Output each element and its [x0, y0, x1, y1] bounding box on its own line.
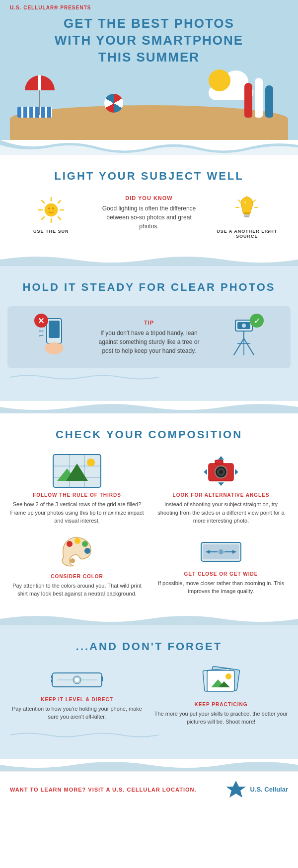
svg-rect-26	[45, 343, 63, 351]
rule-of-thirds-icon	[52, 454, 102, 488]
svg-rect-68	[51, 679, 53, 682]
wrong-phone-col: ✕	[17, 316, 90, 358]
color-palette-icon	[59, 535, 96, 570]
svg-point-54	[74, 538, 80, 544]
keep-level-item: KEEP IT LEVEL & DIRECT Pay attention to …	[10, 666, 144, 726]
did-you-know-label: DID YOU KNOW	[100, 195, 199, 201]
wave-lines-decoration	[10, 372, 288, 382]
zoom-icon	[199, 535, 243, 567]
dont-forget-title: ...AND DON'T FORGET	[10, 640, 288, 653]
umbrella-icon	[25, 75, 55, 115]
svg-point-53	[67, 541, 73, 547]
svg-line-4	[42, 200, 44, 203]
svg-point-78	[225, 673, 231, 679]
get-close-item: GET CLOSE OR GET WIDE If possible, move …	[154, 535, 288, 598]
svg-rect-17	[244, 214, 250, 216]
svg-marker-50	[235, 469, 238, 475]
rule-thirds-title: FOLLOW THE RULE OF THIRDS	[33, 492, 121, 498]
composition-section-title: CHECK YOUR COMPOSITION	[10, 428, 288, 441]
svg-rect-18	[244, 216, 249, 217]
svg-point-9	[48, 207, 50, 209]
keep-practicing-item: KEEP PRACTICING The more you put your sk…	[154, 666, 288, 726]
svg-point-55	[82, 541, 88, 547]
svg-line-12	[238, 200, 240, 202]
color-title: CONSIDER COLOR	[51, 574, 103, 579]
steady-tip-col: TIP If you don't have a tripod handy, le…	[98, 320, 200, 355]
svg-line-31	[234, 338, 244, 355]
logo-text-1: U.S. Cellular	[250, 786, 288, 793]
section-light: LIGHT YOUR SUBJECT WELL USE T	[0, 155, 298, 254]
section-composition: CHECK YOUR COMPOSITION FOLLOW THE RULE O…	[0, 413, 298, 613]
close-wide-text: If possible, move closer rather than zoo…	[154, 579, 288, 596]
svg-point-8	[45, 203, 58, 216]
svg-rect-21	[49, 321, 60, 338]
svg-rect-48	[215, 460, 223, 464]
tip-text: If you don't have a tripod handy, lean a…	[98, 329, 200, 355]
light-section-title: LIGHT YOUR SUBJECT WELL	[10, 170, 288, 183]
steady-row: ✕ T	[17, 316, 281, 358]
svg-point-56	[84, 548, 90, 554]
practicing-title: KEEP PRACTICING	[194, 702, 247, 707]
surfboards-icon	[244, 78, 273, 118]
svg-marker-49	[204, 469, 207, 475]
footer-text: WANT TO LEARN MORE? VISIT A U.S. CELLULA…	[10, 787, 197, 793]
svg-line-13	[253, 200, 255, 202]
alternative-angles-item: LOOK FOR ALTERNATIVE ANGLES Instead of s…	[154, 454, 288, 525]
wave-divider-1	[0, 140, 298, 155]
svg-rect-67	[51, 675, 53, 678]
footer: WANT TO LEARN MORE? VISIT A U.S. CELLULA…	[0, 771, 298, 809]
steady-section-title: HOLD IT STEADY FOR CLEAR PHOTOS	[10, 281, 288, 294]
sun-label: USE THE SUN	[33, 229, 69, 234]
section-dont-forget: ...AND DON'T FORGET KEEP IT LEVEL & DIRE…	[0, 625, 298, 759]
color-text: Pay attention to the colors around you. …	[10, 582, 144, 598]
svg-line-7	[42, 217, 44, 219]
sun-icon	[36, 195, 66, 225]
photos-stack-icon	[196, 666, 246, 698]
level-text: Pay attention to how you're holding your…	[10, 705, 144, 721]
light-columns: USE THE SUN DID YOU KNOW Good lighting i…	[10, 195, 288, 239]
svg-line-32	[244, 338, 254, 355]
close-wide-title: GET CLOSE OR GET WIDE	[184, 571, 258, 577]
camera-angles-icon	[201, 454, 241, 488]
wave-divider-3	[0, 401, 298, 413]
svg-point-43	[87, 459, 95, 467]
bulb-label: USE A ANOTHER LIGHT SOURCE	[206, 229, 288, 239]
alt-angles-text: Instead of shooting your subject straigh…	[154, 500, 288, 525]
did-you-know-text: Good lighting is often the difference be…	[100, 204, 199, 231]
tripod-col: ✓	[208, 316, 281, 358]
header-section: U.S. CELLULAR® PRESENTS GET THE BEST PHO…	[0, 0, 298, 140]
level-title: KEEP IT LEVEL & DIRECT	[41, 697, 113, 702]
svg-line-5	[58, 217, 61, 219]
us-cellular-logo-icon	[225, 780, 247, 800]
x-mark-icon: ✕	[34, 314, 48, 328]
svg-point-47	[219, 470, 223, 474]
wave-lines-2	[10, 730, 288, 740]
svg-rect-75	[207, 670, 234, 691]
sun-col: USE THE SUN	[10, 195, 92, 234]
composition-grid: FOLLOW THE RULE OF THIRDS See how 2 of t…	[10, 454, 288, 598]
svg-point-29	[241, 323, 246, 328]
svg-marker-51	[218, 456, 224, 460]
svg-marker-52	[218, 482, 224, 486]
tip-label: TIP	[98, 320, 200, 326]
svg-rect-69	[101, 676, 103, 681]
bulb-col: USE A ANOTHER LIGHT SOURCE	[206, 195, 288, 239]
practicing-text: The more you put your skills to practice…	[154, 710, 288, 726]
footer-logo: U.S. Cellular	[225, 780, 288, 800]
check-mark-icon: ✓	[250, 314, 264, 328]
rule-of-thirds-item: FOLLOW THE RULE OF THIRDS See how 2 of t…	[10, 454, 144, 525]
svg-point-10	[52, 207, 54, 209]
beach-scene	[10, 70, 288, 140]
dont-forget-grid: KEEP IT LEVEL & DIRECT Pay attention to …	[10, 666, 288, 726]
wave-divider-4	[0, 613, 298, 625]
svg-line-6	[58, 200, 61, 203]
svg-point-57	[70, 558, 75, 563]
svg-line-24	[39, 335, 44, 336]
alt-angles-title: LOOK FOR ALTERNATIVE ANGLES	[173, 492, 270, 498]
header-title: GET THE BEST PHOTOS WITH YOUR SMARTPHONE…	[10, 15, 288, 66]
wave-divider-5	[0, 759, 298, 771]
svg-point-64	[219, 549, 224, 554]
section-steady: HOLD IT STEADY FOR CLEAR PHOTOS ✕	[0, 266, 298, 401]
brand-label: U.S. CELLULAR® PRESENTS	[10, 5, 288, 10]
wave-divider-2	[0, 254, 298, 266]
